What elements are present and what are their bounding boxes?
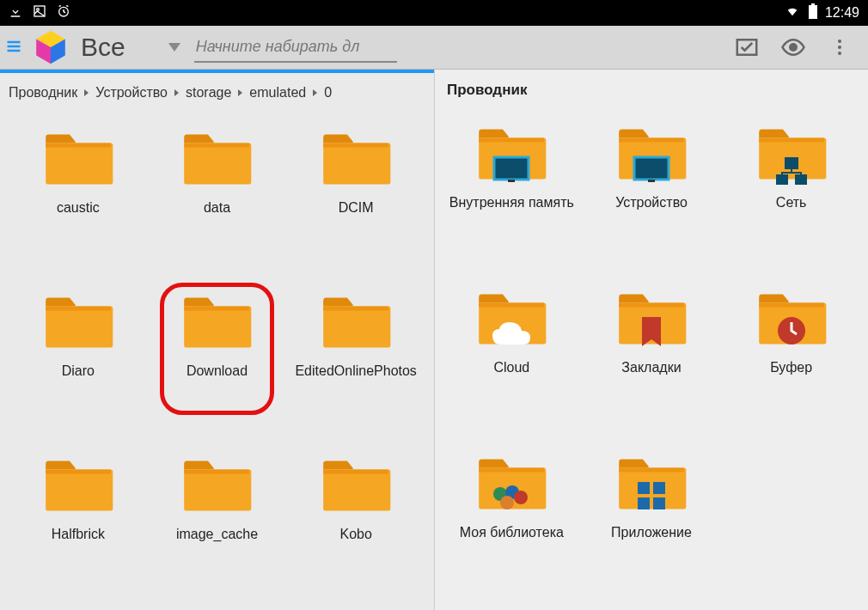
folder-item[interactable]: DCIM [286, 130, 425, 276]
folder-item[interactable]: Kobo [286, 456, 425, 602]
folder-label: data [204, 200, 230, 216]
select-mode-button[interactable] [729, 29, 765, 65]
svg-point-23 [514, 491, 528, 504]
svg-rect-25 [638, 482, 650, 494]
breadcrumb-item[interactable]: emulated [249, 85, 306, 101]
wifi-icon [784, 4, 801, 21]
nav-item-buffer[interactable]: Буфер [721, 290, 861, 436]
nav-item-label: Сеть [776, 195, 807, 210]
svg-rect-19 [795, 174, 807, 185]
svg-rect-17 [785, 157, 798, 169]
folder-item[interactable]: EditedOnlinePhotos [286, 293, 425, 439]
status-time: 12:49 [825, 5, 859, 21]
svg-rect-26 [653, 482, 665, 494]
nav-item-device[interactable]: Устройство [582, 125, 722, 271]
nav-item-label: Устройство [615, 195, 688, 210]
alarm-icon [57, 4, 70, 21]
nav-item-network[interactable]: Сеть [721, 125, 861, 271]
nav-item-bookmark[interactable]: Закладки [582, 290, 722, 436]
chevron-right-icon [84, 89, 89, 96]
right-panel-title: Проводник [435, 70, 868, 111]
folder-label: EditedOnlinePhotos [295, 363, 416, 379]
chevron-right-icon [313, 89, 317, 96]
svg-rect-14 [508, 180, 515, 182]
svg-point-12 [838, 52, 841, 55]
folder-label: Download [186, 363, 248, 379]
svg-rect-18 [776, 174, 788, 185]
image-icon [33, 4, 46, 21]
folder-label: DCIM [339, 200, 374, 216]
nav-item-label: Закладки [621, 360, 681, 375]
folder-label: caustic [57, 200, 100, 216]
folder-label: Kobo [339, 527, 371, 542]
svg-rect-15 [634, 157, 669, 180]
nav-item-library[interactable]: Моя библиотека [442, 454, 582, 601]
battery-icon [808, 3, 818, 22]
nav-item-label: Приложение [611, 525, 692, 540]
menu-icon[interactable] [5, 34, 24, 61]
folder-item[interactable]: Diaro [9, 293, 148, 439]
overflow-menu-button[interactable] [822, 29, 858, 65]
android-status-bar: 12:49 [0, 0, 868, 26]
chevron-right-icon [238, 89, 242, 96]
left-panel: Проводник Устройство storage emulated 0 … [0, 70, 434, 610]
breadcrumb-item[interactable]: Устройство [95, 85, 168, 101]
svg-rect-28 [653, 497, 665, 509]
app-logo-icon[interactable] [29, 26, 72, 69]
folder-item[interactable]: data [148, 130, 287, 276]
folder-label: image_cache [176, 527, 258, 542]
svg-point-10 [838, 40, 841, 43]
nav-item-label: Буфер [770, 360, 812, 375]
svg-point-24 [500, 496, 514, 509]
breadcrumb-item[interactable]: 0 [324, 85, 332, 101]
breadcrumb-item[interactable]: storage [186, 85, 231, 101]
breadcrumb: Проводник Устройство storage emulated 0 [0, 73, 434, 113]
svg-point-1 [37, 9, 40, 11]
svg-rect-16 [648, 180, 655, 182]
folder-label: Diaro [62, 363, 95, 379]
app-toolbar: Все [0, 26, 868, 70]
nav-item-internal[interactable]: Внутренняя память [442, 125, 582, 271]
chevron-down-icon [168, 43, 180, 52]
folder-label: Halfbrick [52, 527, 105, 542]
svg-rect-13 [494, 157, 529, 180]
svg-point-9 [790, 44, 797, 51]
nav-item-label: Внутренняя память [449, 195, 574, 210]
folder-item[interactable]: caustic [9, 130, 148, 276]
search-input[interactable] [194, 33, 397, 63]
svg-rect-4 [811, 3, 815, 5]
chevron-right-icon [174, 89, 179, 96]
nav-item-label: Cloud [493, 360, 529, 375]
breadcrumb-item[interactable]: Проводник [9, 85, 77, 101]
nav-item-cloud[interactable]: Cloud [442, 290, 582, 436]
folder-item[interactable]: image_cache [148, 456, 287, 602]
filter-dropdown[interactable]: Все [77, 33, 191, 62]
svg-rect-3 [809, 5, 817, 19]
right-panel: Проводник Внутренняя памятьУстройствоСет… [434, 70, 868, 610]
download-icon [9, 4, 22, 21]
folder-item[interactable]: Halfbrick [9, 456, 148, 602]
nav-item-label: Моя библиотека [460, 525, 564, 540]
filter-label: Все [81, 33, 125, 62]
visibility-button[interactable] [775, 29, 811, 65]
svg-point-11 [838, 46, 841, 49]
svg-rect-27 [638, 497, 650, 509]
nav-item-apps[interactable]: Приложение [582, 454, 722, 601]
folder-item[interactable]: Download [148, 293, 287, 439]
